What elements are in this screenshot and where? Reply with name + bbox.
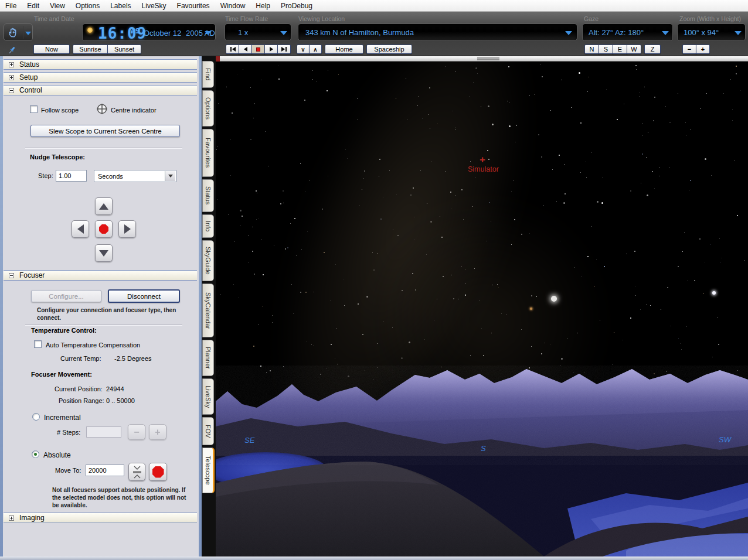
sunset-button[interactable]: Sunset (107, 45, 141, 54)
tab-livesky[interactable]: LiveSky (202, 378, 214, 415)
section-focuser[interactable]: Focuser (4, 270, 197, 281)
star (239, 298, 239, 298)
time-flow-dropdown-icon[interactable] (280, 31, 287, 35)
zoom-in-button[interactable]: + (696, 45, 710, 54)
section-imaging[interactable]: Imaging (4, 513, 197, 523)
time-flow-well[interactable]: 1 x (225, 23, 291, 41)
gaze-dropdown-icon[interactable] (662, 31, 669, 35)
nudge-left-button[interactable] (72, 220, 89, 238)
step-forward-button[interactable] (277, 45, 291, 54)
date-dropdown-icon[interactable] (205, 31, 212, 35)
collapse-icon[interactable] (9, 273, 14, 278)
zoom-out-button[interactable]: − (682, 45, 696, 54)
gaze-north-button[interactable]: N (584, 45, 599, 54)
nudge-down-button[interactable] (95, 244, 113, 262)
bar (285, 47, 287, 52)
follow-scope-checkbox[interactable] (30, 105, 38, 113)
star (565, 193, 566, 194)
steps-decrement-button[interactable]: − (128, 424, 145, 440)
expand-icon[interactable] (9, 62, 14, 67)
tab-fov[interactable]: FOV (202, 417, 214, 445)
tab-options[interactable]: Options (202, 90, 214, 127)
menu-favourites[interactable]: Favourites (172, 0, 215, 12)
tab-telescope[interactable]: Telescope (202, 448, 215, 493)
sunrise-button[interactable]: Sunrise (73, 45, 108, 54)
tab-skyguide[interactable]: SkyGuide (202, 240, 214, 281)
nudge-up-button[interactable] (95, 197, 113, 215)
auto-temp-checkbox[interactable] (34, 340, 42, 348)
gaze-zenith-button[interactable]: Z (644, 45, 661, 54)
cursor-tool-button[interactable] (4, 23, 33, 41)
star (640, 96, 640, 97)
grabber-handle-icon[interactable] (477, 57, 499, 60)
menu-window[interactable]: Window (215, 0, 251, 12)
section-control[interactable]: Control (4, 85, 197, 95)
star (588, 77, 589, 77)
spaceship-button[interactable]: Spaceship (366, 45, 412, 54)
menu-edit[interactable]: Edit (22, 0, 45, 12)
expand-icon[interactable] (9, 515, 14, 521)
viewing-location-well[interactable]: 343 km N of Hamilton, Burmuda (298, 23, 577, 41)
tab-favourites[interactable]: Favourites (202, 129, 214, 177)
tab-skycalendar[interactable]: SkyCalendar (202, 284, 214, 337)
menu-options[interactable]: Options (70, 0, 105, 12)
step-unit-select[interactable]: Seconds (94, 170, 176, 182)
steps-input[interactable] (86, 426, 121, 438)
star (711, 175, 712, 176)
nudge-stop-button[interactable] (95, 220, 113, 238)
select-dropdown-button[interactable] (165, 171, 175, 181)
move-to-input[interactable] (86, 465, 124, 476)
star (635, 65, 637, 66)
step-input[interactable] (56, 170, 87, 182)
centre-indicator-icon[interactable] (96, 103, 108, 115)
zoom-well[interactable]: 100° x 94° (677, 23, 746, 41)
time-date-well[interactable]: 16:09 49 October 12 2005 AD (82, 23, 216, 41)
incremental-radio[interactable] (32, 413, 40, 421)
altitude-down-button[interactable]: ∨ (297, 45, 310, 54)
steps-increment-button[interactable]: + (149, 424, 166, 440)
play-icon (270, 47, 273, 52)
menu-labels[interactable]: Labels (105, 0, 136, 12)
menu-view[interactable]: View (45, 0, 70, 12)
expand-icon[interactable] (9, 75, 14, 80)
sky-view[interactable]: + Simulator (216, 56, 748, 556)
altitude-up-button[interactable]: ∧ (309, 45, 322, 54)
collapse-icon[interactable] (9, 88, 14, 93)
toolbar-collapse-strip[interactable] (216, 56, 748, 62)
zoom-dropdown-icon[interactable] (735, 31, 742, 35)
tab-info[interactable]: Info (202, 214, 214, 238)
section-setup[interactable]: Setup (4, 72, 197, 83)
section-status[interactable]: Status (4, 59, 197, 70)
disconnect-button[interactable]: Disconnect (108, 289, 180, 303)
step-back-button[interactable] (226, 45, 239, 54)
home-button[interactable]: Home (325, 45, 363, 54)
location-dropdown-icon[interactable] (565, 31, 572, 35)
tab-find[interactable]: Find (202, 61, 214, 88)
play-forward-button[interactable] (264, 45, 278, 54)
tab-status[interactable]: Status (202, 179, 214, 212)
play-reverse-button[interactable] (239, 45, 252, 54)
gaze-east-button[interactable]: E (613, 45, 627, 54)
absolute-radio[interactable] (32, 450, 39, 458)
star (705, 158, 706, 160)
pin-panel-icon[interactable] (7, 46, 16, 57)
nudge-right-button[interactable] (118, 220, 136, 238)
menu-livesky[interactable]: LiveSky (137, 0, 172, 12)
menu-file[interactable]: File (0, 0, 22, 12)
menu-help[interactable]: Help (250, 0, 276, 12)
time-date-group-label: Time and Date (34, 15, 74, 22)
gaze-south-button[interactable]: S (599, 45, 613, 54)
move-to-position-button[interactable] (128, 463, 145, 481)
now-button[interactable]: Now (33, 45, 70, 54)
star (529, 95, 530, 96)
gaze-west-button[interactable]: W (627, 45, 641, 54)
gaze-well[interactable]: Alt: 27° Az: 180° (582, 23, 673, 41)
configure-button[interactable]: Configure... (31, 290, 101, 302)
slew-scope-button[interactable]: Slew Scope to Current Screen Centre (30, 125, 180, 137)
tab-planner[interactable]: Planner (202, 340, 214, 376)
stop-time-button[interactable] (251, 45, 265, 54)
menu-prodebug[interactable]: ProDebug (276, 0, 318, 12)
focuser-stop-button[interactable] (149, 463, 167, 481)
star (294, 218, 295, 219)
telescope-marker[interactable]: + Simulator (468, 156, 497, 173)
